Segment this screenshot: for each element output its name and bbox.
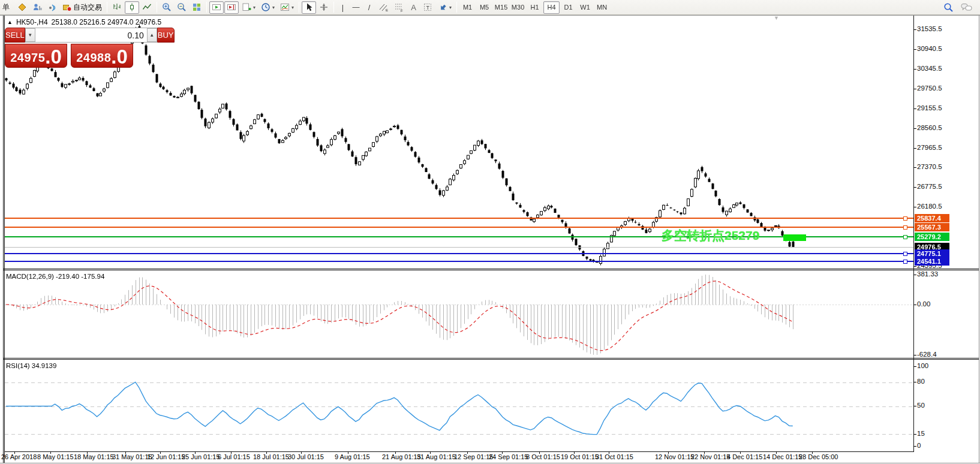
sell-label: SELL [5,31,25,40]
panel-splitter-macd2[interactable] [3,270,979,270]
timeframe-h1-button[interactable]: H1 [527,1,543,14]
horizontal-line-tool-button[interactable]: — [350,1,362,14]
line-chart-type-button[interactable] [140,1,154,14]
rsi-axis-tick [913,366,916,367]
volume-input[interactable] [35,28,147,42]
macd-axis-tick [913,275,916,275]
time-axis-label: 31 May 01:15 [112,453,152,460]
price-level-line[interactable] [5,236,913,237]
macd-indicator-chart[interactable] [5,270,913,358]
time-axis-label: 31 Oct 01:15 [596,453,633,460]
line-endpoint-marker[interactable] [903,235,907,239]
timeframe-m1-button[interactable]: M1 [459,1,476,14]
line-endpoint-marker[interactable] [903,260,907,264]
new-chart-button[interactable]: ▾ [239,1,258,14]
price-axis-label: 30940.5 [917,45,942,52]
vertical-line-icon: | [342,3,344,12]
line-endpoint-marker[interactable] [903,216,907,221]
panel-splitter-rsi2[interactable] [3,359,979,360]
trendline-tool-button[interactable]: / [363,1,375,14]
timeframe-d1-button[interactable]: D1 [560,1,576,14]
periods-button[interactable]: ▾ [258,1,277,14]
fibonacci-tool-button[interactable]: F [392,1,407,14]
price-level-line[interactable] [5,253,913,254]
gold-diamond-icon [17,2,27,12]
price-axis-label: 29750.5 [917,85,942,92]
line-endpoint-marker[interactable] [903,225,907,230]
auto-scroll-button[interactable] [209,1,224,14]
toolbar-separator [206,2,207,13]
strategy-tester-button[interactable] [30,1,44,14]
indicators-button[interactable]: ▾ [278,1,296,14]
green-highlight-box[interactable] [783,234,806,241]
time-axis-label: 31 Aug 01:15 [417,453,456,460]
price-axis-tick [913,187,916,188]
timeframe-h4-button[interactable]: H4 [543,1,560,14]
indicators-icon [280,2,290,12]
chart-annotation-text[interactable]: 多空转折点25279 [662,227,759,244]
sell-button[interactable]: SELL [5,28,25,43]
tile-windows-button[interactable] [190,1,204,14]
main-toolbar: 单 自动交易 ▾ ▾ ▾ | — / E F A T ▾ M1M5M15M30H… [0,0,980,15]
volume-increase-button[interactable]: ▲ [147,28,157,42]
price-level-line[interactable] [5,247,913,248]
buy-price-box[interactable]: 24988 .0 [71,44,133,68]
text-label-tool-button[interactable]: T [420,1,435,14]
trendline-icon: / [368,3,371,12]
new-order-button[interactable]: 单 [2,1,14,14]
volume-decrease-button[interactable]: ▼ [25,28,35,42]
timeframe-m5-button[interactable]: M5 [476,1,492,14]
text-tool-button[interactable]: A [407,1,420,14]
rsi-axis-label: 50 [917,402,925,409]
chat-bubbles-icon [961,2,972,12]
price-level-line[interactable] [5,261,913,262]
autotrading-button[interactable]: 自动交易 [60,1,104,14]
market-watch-button[interactable] [15,1,29,14]
price-axis-tick [913,89,916,89]
equidistant-channel-button[interactable]: E [376,1,391,14]
chart-window: ▲ HK50-,H4 25138.0 25216.5 24974.0 24976… [0,0,980,464]
bar-chart-type-button[interactable] [110,1,124,14]
crosshair-button[interactable] [317,1,331,14]
arrows-tool-button[interactable]: ▾ [435,1,454,14]
panel-splitter-rsi[interactable] [3,358,979,358]
chart-shift-button[interactable] [224,1,239,14]
volume-box: ▼ ▲ [25,28,157,43]
timeframe-w1-button[interactable]: W1 [577,1,593,14]
rsi-axis-tick [913,382,916,382]
chat-button[interactable] [958,1,975,14]
arrows-icon [438,2,447,12]
fibonacci-icon: F [394,2,404,12]
price-axis-tick [913,128,916,129]
vertical-line-tool-button[interactable]: | [336,1,349,14]
rsi-indicator-chart[interactable] [5,360,913,451]
cursor-button[interactable] [302,1,316,14]
timeframe-m30-button[interactable]: M30 [510,1,526,14]
chart-scroll-triangle-icon[interactable]: ▼ [774,15,779,21]
time-axis-label: 18 May 01:15 [74,453,114,460]
price-axis-tick [913,167,916,168]
price-axis-tick [913,148,916,149]
zoom-in-button[interactable] [160,1,174,14]
search-button[interactable] [941,1,956,14]
panel-splitter-macd[interactable] [3,269,979,269]
price-level-line[interactable] [5,227,913,228]
signals-button[interactable] [45,1,59,14]
collapse-triangle-icon[interactable]: ▲ [7,19,13,25]
timeframe-mn-button[interactable]: MN [594,1,610,14]
price-axis-label: 27370.5 [917,163,942,170]
price-level-line[interactable] [5,218,913,219]
rsi-axis-tick [913,434,916,435]
timeframe-m15-button[interactable]: M15 [493,1,509,14]
sell-price-box[interactable]: 24975 .0 [5,44,67,68]
main-price-chart[interactable] [5,16,913,269]
price-level-label: 25567.3 [915,223,949,231]
price-axis-tick [913,69,916,70]
candlestick-chart-type-button[interactable] [125,1,139,14]
signal-waves-icon [47,2,57,12]
auto-scroll-icon [212,2,221,12]
buy-button[interactable]: BUY [157,28,175,43]
line-endpoint-marker[interactable] [903,252,907,256]
clock-icon [261,2,270,12]
zoom-out-button[interactable] [175,1,189,14]
